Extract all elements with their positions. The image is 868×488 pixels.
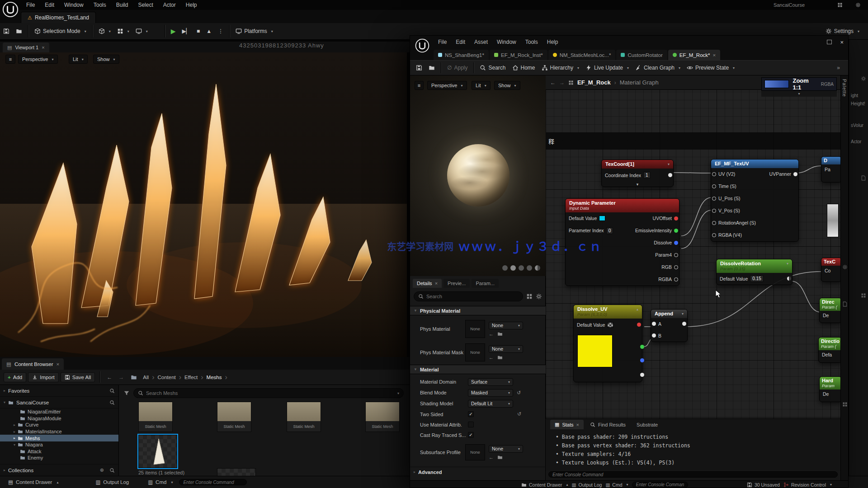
tree-item-enemy[interactable]: Enemy: [0, 455, 118, 461]
output-pin-uvpanner[interactable]: [793, 172, 797, 176]
node-header[interactable]: Dissolve_UV ▴ Param (6,3,0,0): [574, 305, 642, 319]
tree-item-materialinstance[interactable]: ▸ MaterialInstance: [0, 428, 118, 435]
node-partial-direc[interactable]: DirecParam ( De: [819, 298, 840, 323]
ed-console-input[interactable]: [636, 482, 684, 487]
ed-menu-help[interactable]: Help: [542, 39, 563, 45]
restore-window-icon[interactable]: [827, 40, 832, 44]
tab-preview-settings[interactable]: Previe...: [443, 279, 470, 288]
eject-button[interactable]: ▲: [203, 26, 215, 36]
cinematics-button[interactable]: ▾: [132, 26, 151, 36]
asset-search-input[interactable]: [146, 390, 393, 396]
asset-card[interactable]: Static Mesh: [138, 402, 173, 432]
shading-model-dropdown[interactable]: Default Lit▾: [468, 400, 513, 408]
tree-item-meshs[interactable]: ▸ Meshs: [0, 435, 118, 441]
project-root-item[interactable]: ▾ SancaiCourse: [0, 397, 118, 408]
asset-card[interactable]: Static Mesh: [287, 402, 321, 432]
hierarchy-dropdown[interactable]: Hierarchy▾: [538, 63, 582, 73]
window-options-icon[interactable]: [855, 2, 861, 8]
panel-icon[interactable]: [861, 175, 866, 181]
filter-icon[interactable]: [123, 390, 130, 396]
shape-custom-button[interactable]: [535, 265, 540, 271]
content-browser-tab[interactable]: ▤ Content Browser ×: [2, 358, 64, 370]
use-selected-icon[interactable]: ←: [489, 355, 494, 360]
two-sided-checkbox[interactable]: ✓: [468, 411, 474, 417]
default-value-box[interactable]: 0.15: [750, 275, 763, 282]
tree-item-attack[interactable]: Attack: [0, 448, 118, 455]
close-icon[interactable]: ×: [713, 52, 716, 58]
browse-to-icon[interactable]: [497, 355, 503, 360]
phys-material-mask-thumb[interactable]: None: [465, 343, 485, 361]
blueprints-button[interactable]: ▾: [114, 26, 132, 36]
tab-nm-staticmeshloc[interactable]: NM_StaticMeshLoc...*: [548, 50, 616, 60]
input-pin-b[interactable]: [652, 333, 656, 338]
input-pin-vpos[interactable]: [712, 209, 716, 213]
chevron-down-icon[interactable]: ▾: [682, 312, 684, 316]
close-icon[interactable]: ×: [435, 281, 438, 286]
menu-build[interactable]: Build: [112, 2, 133, 8]
cmd-dropdown[interactable]: ▥ Cmd ▾: [144, 478, 176, 487]
output-pin-param4[interactable]: [674, 253, 678, 257]
output-pin-b[interactable]: [640, 358, 644, 362]
node-ef-mf-texuv[interactable]: EF_MF_TexUV UV (V2) UVPanner Time (S) U_…: [711, 159, 799, 242]
preview-state-dropdown[interactable]: Preview State▾: [684, 63, 738, 73]
content-drawer-button[interactable]: ▤ Content Drawer ▴: [5, 478, 62, 487]
chevron-up-icon[interactable]: ▴: [637, 307, 638, 311]
tab-customrotator[interactable]: CustomRotator: [616, 50, 667, 60]
node-header[interactable]: DissolveRotation ▾ Param (0.15): [717, 259, 792, 273]
strip-doc-icon[interactable]: [842, 301, 848, 307]
play-options-icon[interactable]: ⋮: [215, 26, 226, 36]
project-tab[interactable]: ⚠ RealBiomes_TestLand: [21, 12, 96, 23]
output-pin-rgba[interactable]: [674, 277, 678, 282]
ed-output-log-button[interactable]: ▥ Output Log: [572, 482, 602, 488]
ed-menu-asset[interactable]: Asset: [470, 39, 492, 45]
panel-icon[interactable]: [861, 293, 866, 298]
clean-graph-dropdown[interactable]: Clean Graph▾: [632, 63, 684, 73]
layout-icon[interactable]: [837, 2, 843, 8]
palette-tab[interactable]: Palette: [842, 79, 847, 99]
overlay-expander[interactable]: ▾: [761, 91, 837, 97]
use-material-attrib-checkbox[interactable]: [468, 422, 474, 427]
color-swatch[interactable]: [764, 80, 789, 88]
section-advanced[interactable]: ▸ Advanced: [410, 467, 546, 477]
play-button[interactable]: ▶: [168, 26, 179, 37]
add-button[interactable]: + Add: [4, 372, 26, 382]
output-pin-emissive[interactable]: [674, 229, 678, 233]
shape-cylinder-button[interactable]: [502, 265, 508, 271]
back-button[interactable]: ←: [104, 374, 114, 380]
output-log-button[interactable]: ▥ Output Log: [92, 478, 132, 487]
main-console[interactable]: [179, 479, 247, 485]
create-actor-button[interactable]: ▾: [95, 26, 114, 36]
viewport-perspective-button[interactable]: Perspective▾: [18, 55, 58, 64]
viewport-lit-button[interactable]: Lit▾: [69, 55, 88, 64]
tab-parameters[interactable]: Param...: [472, 279, 499, 288]
search-icon[interactable]: [109, 468, 115, 473]
output-pin[interactable]: [668, 173, 672, 177]
asset-thumbnail-spike-selected[interactable]: [138, 435, 177, 468]
color-preview-yellow[interactable]: [577, 335, 613, 367]
menu-window[interactable]: Window: [60, 2, 88, 8]
preview-menu-icon[interactable]: ≡: [415, 81, 424, 90]
level-viewport[interactable]: ≡ Perspective▾ Lit▾ Show▾: [0, 52, 407, 357]
menu-file[interactable]: File: [22, 2, 39, 8]
use-selected-icon[interactable]: ←: [489, 455, 494, 460]
default-value-swatch[interactable]: [599, 216, 605, 221]
menu-edit[interactable]: Edit: [40, 2, 59, 8]
main-console-input[interactable]: [183, 480, 243, 485]
tab-details[interactable]: Details×: [413, 279, 442, 288]
node-header[interactable]: EF_MF_TexUV: [711, 160, 798, 168]
home-button[interactable]: Home: [509, 63, 538, 73]
material-domain-dropdown[interactable]: Surface▾: [468, 378, 513, 386]
node-partial-texcoord[interactable]: TexC Co: [821, 258, 840, 282]
input-pin-upos[interactable]: [712, 197, 716, 201]
section-material[interactable]: ▼ Material: [410, 365, 546, 374]
output-pin[interactable]: [682, 322, 686, 326]
node-texcoord[interactable]: TexCoord[1] ▾ Coordinate Index 1 ▾: [601, 160, 674, 187]
browse-button[interactable]: [13, 26, 25, 36]
node-append[interactable]: Append ▾ A B: [651, 309, 688, 342]
ed-menu-tools[interactable]: Tools: [521, 39, 542, 45]
tree-item-niagaramodule[interactable]: NiagaraModule: [0, 415, 118, 422]
tree-item-niagara[interactable]: ▾ Niagara: [0, 441, 118, 448]
preview-show-button[interactable]: Show▾: [494, 81, 520, 90]
node-partial-directio[interactable]: DirectioParam ( Defa: [818, 337, 840, 363]
asset-thumbnail-rock[interactable]: [217, 468, 256, 476]
